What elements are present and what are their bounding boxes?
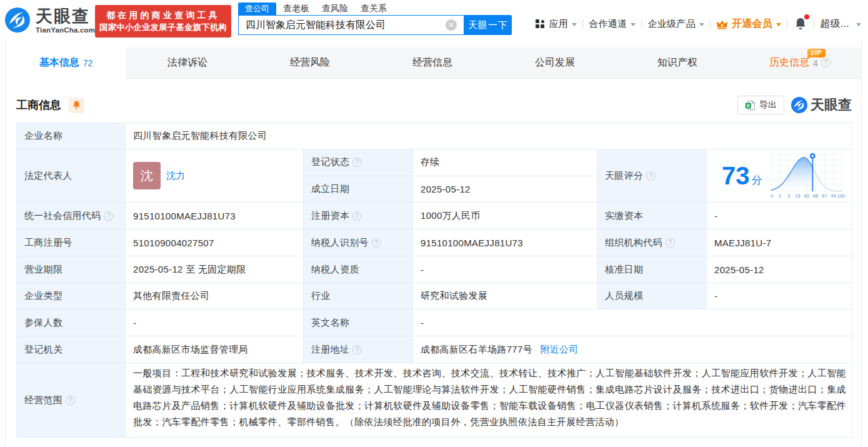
legal-rep-link[interactable]: 沈力 [166,170,186,182]
paid-capital-label: 实缴资本 [597,203,707,229]
menu-apps[interactable]: 应用 [536,18,577,30]
business-scope-value: 一般项目：工程和技术研究和试验发展；技术服务、技术开发、技术咨询、技术交流、技术… [126,363,852,438]
credit-code-label: 统一社会信用代码 [24,210,101,222]
help-icon[interactable]: ? [352,345,362,354]
english-name-label: 英文名称 [304,309,413,336]
svg-text:1: 1 [779,194,781,198]
svg-text:99: 99 [831,194,836,198]
section-title: 工商信息 [16,98,61,113]
reg-address-cell: 成都高新区石羊场路777号 附近公司 [413,336,852,363]
menu-enterprise[interactable]: 企业级产品 [647,18,704,30]
help-icon[interactable]: ? [352,158,362,167]
legal-rep-cell: 沈 沈力 [126,149,304,203]
reg-authority-value: 成都高新区市场监督管理局 [126,336,304,363]
table-row: 法定代表人 沈 沈力 登记状态? 存续 天眼评分? 73 分 [17,149,852,176]
org-code-value: MAEJJ81U-7 [707,229,852,256]
tab-legal[interactable]: 法律诉讼 [126,48,249,78]
svg-text:50: 50 [804,194,809,198]
company-name-label: 企业名称 [17,123,126,149]
search-tab-risk[interactable]: 查风险 [322,3,348,14]
legal-rep-avatar[interactable]: 沈 [133,162,161,189]
table-row: 营业期限 2025-05-12 至 无固定期限 纳税人资质 - 核准日期 202… [17,256,852,283]
table-row: 企业名称 四川智象启元智能科技有限公司 [17,123,852,149]
search-input[interactable] [238,15,464,35]
tab-history-label: 历史信息 [769,56,809,69]
tab-risk[interactable]: 经营风险 [249,48,371,78]
help-icon[interactable]: ? [646,171,656,181]
chevron-down-icon [699,23,704,26]
monitor-bell-button[interactable] [69,98,84,113]
tab-basic-info-label: 基本信息 [39,56,79,69]
business-scope-label: 经营范围 [24,394,62,406]
table-row: 登记机关 成都高新区市场监督管理局 注册地址? 成都高新区石羊场路777号 附近… [17,336,852,363]
est-date-label: 成立日期 [304,176,413,203]
tab-history-count: 4 [813,58,818,68]
svg-text:3: 3 [787,194,790,198]
score-cell: 73 分 [707,149,852,203]
org-code-label-cell: 组织机构代码? [597,229,707,256]
menu-apps-label: 应用 [549,18,569,30]
tianyancha-watermark-text: 天眼查 [811,96,852,114]
menu-divider [582,19,583,29]
business-term-value: 2025-05-12 至 无固定期限 [126,256,304,283]
score-chart-ticks: 013 155085 9799100 [771,194,845,198]
help-icon[interactable]: ? [104,211,113,221]
help-icon[interactable]: ? [66,396,75,405]
nearby-companies-link[interactable]: 附近公司 [540,344,578,354]
search-block: 查公司 查老板 查风险 查关系 ✕ 天眼一下 [238,3,512,35]
promo-banner: 都在用的商业查询工具 国家中小企业发展子基金旗下机构 [95,5,231,38]
export-button[interactable]: 导出 [737,96,784,114]
notification-dot [804,14,809,19]
export-button-label: 导出 [759,99,777,111]
taxpayer-qual-value: - [413,256,597,283]
tianyancha-watermark-icon [791,97,807,113]
menu-divider [787,19,787,29]
tab-development[interactable]: 公司发展 [494,48,616,78]
company-type-value: 其他有限责任公司 [126,283,304,309]
search-tab-boss[interactable]: 查老板 [283,3,309,14]
chevron-down-icon [631,23,636,26]
notification-bell[interactable] [793,16,808,31]
credit-code-value: 91510100MAEJJ81U73 [126,203,304,229]
tab-ip[interactable]: 知识产权 [616,48,739,78]
english-name-value: - [413,309,852,336]
business-info-table: 企业名称 四川智象启元智能科技有限公司 法定代表人 沈 沈力 登记状态? 存续 … [16,123,852,438]
svg-text:97: 97 [822,194,827,198]
staff-size-value: - [707,283,852,309]
chevron-down-icon[interactable] [856,23,861,26]
crown-icon [716,19,728,29]
help-icon[interactable]: ? [821,58,831,68]
tab-history[interactable]: 历史信息 4 ? VIP [739,48,861,78]
menu-account[interactable]: 超级... [820,18,849,31]
search-tab-company[interactable]: 查公司 [238,3,276,15]
tab-operation[interactable]: 经营信息 [371,48,494,78]
search-tab-relation[interactable]: 查关系 [361,3,387,14]
help-icon[interactable]: ? [372,238,381,248]
tianyancha-logo[interactable]: 天眼查 TianYanCha.com [5,8,95,34]
search-button[interactable]: 天眼一下 [464,15,512,35]
menu-cooperation[interactable]: 合作通道 [589,18,636,30]
vip-badge: VIP [807,49,826,58]
tax-id-label: 纳税人识别号 [311,237,369,249]
chevron-down-icon [776,23,781,26]
clear-search-icon[interactable]: ✕ [446,19,457,31]
table-row: 经营范围? 一般项目：工程和技术研究和试验发展；技术服务、技术开发、技术咨询、技… [17,363,852,438]
tab-legal-label: 法律诉讼 [167,56,207,69]
company-nav-tabs: 基本信息 72 法律诉讼 经营风险 经营信息 公司发展 知识产权 历史信息 4 … [6,48,861,79]
menu-divider [814,19,814,29]
help-icon[interactable]: ? [666,238,675,248]
score-value[interactable]: 73 [722,163,750,189]
tab-ip-label: 知识产权 [657,56,697,69]
help-icon[interactable]: ? [352,211,362,221]
top-header: 天眼查 TianYanCha.com 都在用的商业查询工具 国家中小企业发展子基… [0,0,868,40]
reg-number-label: 工商注册号 [17,229,126,256]
staff-size-label: 人员规模 [597,283,707,309]
reg-capital-value: 1000万人民币 [413,203,597,229]
header-menu: 应用 合作通道 企业级产品 开通会员 [536,4,861,44]
excel-icon [745,100,756,111]
menu-divider [710,19,711,29]
menu-enterprise-label: 企业级产品 [647,18,696,30]
tab-basic-info[interactable]: 基本信息 72 [6,48,126,79]
reg-capital-label-cell: 注册资本? [304,203,413,229]
menu-vip[interactable]: 开通会员 [716,18,781,31]
